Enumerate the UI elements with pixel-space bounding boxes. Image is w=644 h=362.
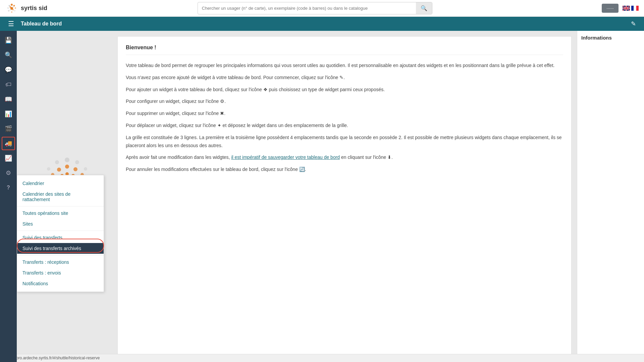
svg-point-6 <box>11 11 12 13</box>
welcome-para-2: Vous n'avez pas encore ajouté de widget … <box>126 74 563 82</box>
dropdown-item-toutes-operations[interactable]: Toutes opérations site <box>17 208 104 219</box>
dropdown-item-calendrier-sites[interactable]: Calendrier des sites de rattachement <box>17 189 104 205</box>
sidebar-item-chart[interactable]: 📊 <box>2 107 15 121</box>
svg-point-2 <box>15 7 16 9</box>
top-bar: syrtis sid 🔍 ······ <box>0 0 644 17</box>
dropdown-item-sites[interactable]: Sites <box>17 219 104 229</box>
svg-point-41 <box>65 165 69 169</box>
dropdown-item-envois[interactable]: Transferts : envois <box>17 267 104 278</box>
sidebar-item-pie[interactable]: 📈 <box>2 152 15 165</box>
sidebar-item-truck[interactable]: 🚚 <box>2 137 15 150</box>
welcome-title: Bienvenue ! <box>126 45 563 55</box>
dropdown-item-notifications[interactable]: Notifications <box>17 278 104 289</box>
hamburger-button[interactable]: ☰ <box>5 18 17 29</box>
edit-dashboard-button[interactable]: ✎ <box>628 19 639 29</box>
syrtis-logo-icon <box>5 2 18 15</box>
divider-1 <box>17 206 104 206</box>
sidebar-item-tag[interactable]: 🏷 <box>2 78 15 91</box>
language-flags <box>623 6 639 11</box>
main-layout: 💾 🔍 💬 🏷 📖 📊 🎬 🚚 📈 ⚙ ? Calendrier Calendr… <box>0 31 644 362</box>
svg-point-4 <box>7 7 9 9</box>
divider-2 <box>17 231 104 231</box>
dropdown-menu: Calendrier Calendrier des sites de ratta… <box>17 175 104 292</box>
svg-point-12 <box>10 9 11 10</box>
welcome-para-7: La grille est constituée de 3 lignes. La… <box>126 134 563 150</box>
welcome-para-8: Après avoir fait une modification dans l… <box>126 154 563 162</box>
svg-point-42 <box>73 167 77 171</box>
status-bar: https://pro.ardeche.syrtis.fr/#/shuttle/… <box>0 354 644 362</box>
nav-bar: ☰ Tableau de bord ✎ <box>0 17 644 31</box>
svg-rect-24 <box>636 6 639 11</box>
sidebar-item-gear[interactable]: ⚙ <box>2 166 15 180</box>
dropdown-item-receptions[interactable]: Transferts : réceptions <box>17 257 104 267</box>
svg-point-26 <box>75 160 79 164</box>
svg-point-39 <box>47 167 50 171</box>
welcome-para-5: Pour supprimer un widget, cliquez sur l'… <box>126 110 563 118</box>
search-input[interactable] <box>198 3 416 13</box>
logo-area: syrtis sid <box>5 2 113 15</box>
user-button[interactable]: ······ <box>602 4 619 13</box>
top-right-area: ······ <box>602 4 639 13</box>
welcome-para-4: Pour configurer un widget, cliquez sur l… <box>126 98 563 106</box>
svg-point-25 <box>65 158 69 162</box>
sidebar: 💾 🔍 💬 🏷 📖 📊 🎬 🚚 📈 ⚙ ? Calendrier Calendr… <box>0 31 17 362</box>
divider-3 <box>17 255 104 255</box>
search-button[interactable]: 🔍 <box>416 2 432 14</box>
welcome-para-6: Pour déplacer un widget, cliquez sur l'i… <box>126 122 563 130</box>
welcome-para-9: Pour annuler les modifications effectuée… <box>126 166 563 174</box>
right-panel-title: Informations <box>581 35 640 41</box>
svg-rect-23 <box>634 6 636 11</box>
sidebar-item-save[interactable]: 💾 <box>2 34 15 47</box>
sidebar-item-chat[interactable]: 💬 <box>2 63 15 76</box>
svg-point-3 <box>9 5 10 6</box>
svg-point-55 <box>57 168 61 172</box>
page-title: Tableau de bord <box>21 21 624 27</box>
dropdown-item-suivi-transferts[interactable]: Suivi des transferts <box>17 232 104 243</box>
sidebar-item-film[interactable]: 🎬 <box>2 122 15 135</box>
right-panel: Informations <box>577 31 644 362</box>
svg-point-5 <box>8 10 10 11</box>
sidebar-item-search[interactable]: 🔍 <box>2 48 15 62</box>
svg-point-27 <box>84 167 87 171</box>
svg-point-40 <box>55 160 59 164</box>
welcome-para-1: Votre tableau de bord permet de regroupe… <box>126 62 563 70</box>
svg-rect-22 <box>631 6 634 11</box>
dropdown-item-calendrier[interactable]: Calendrier <box>17 178 104 189</box>
svg-point-11 <box>12 9 14 10</box>
flag-en-icon[interactable] <box>623 6 630 11</box>
svg-point-7 <box>14 10 15 11</box>
welcome-para-3: Pour ajouter un widget à votre tableau d… <box>126 86 563 94</box>
svg-rect-21 <box>623 8 630 9</box>
search-bar[interactable]: 🔍 <box>198 2 432 14</box>
sidebar-item-book[interactable]: 📖 <box>2 93 15 106</box>
status-url: https://pro.ardeche.syrtis.fr/#/shuttle/… <box>4 356 100 360</box>
sidebar-item-help[interactable]: ? <box>2 181 15 194</box>
welcome-panel: Bienvenue ! Votre tableau de bord permet… <box>117 36 572 357</box>
svg-point-9 <box>10 6 11 8</box>
svg-point-10 <box>12 6 14 8</box>
flag-fr-icon[interactable] <box>631 6 639 11</box>
svg-point-0 <box>11 4 13 6</box>
dropdown-item-suivi-archives[interactable]: Suivi des transferts archivés <box>17 243 104 254</box>
brand-name: syrtis sid <box>21 5 47 12</box>
save-link: il est impératif de sauvegarder votre ta… <box>231 155 340 160</box>
svg-point-1 <box>13 5 15 6</box>
